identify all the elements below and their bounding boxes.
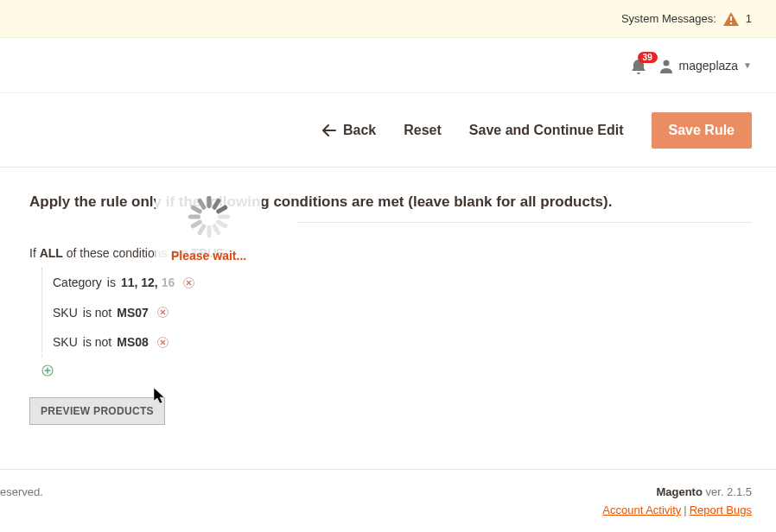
footer-right: Magento ver. 2.1.5 Account Activity|Repo… (602, 485, 752, 516)
conditions-tree: Category is 11, 12, 16 SKU is not MS07 S… (41, 268, 752, 357)
account-activity-link[interactable]: Account Activity (602, 504, 681, 516)
remove-condition-icon[interactable] (157, 307, 169, 318)
add-condition-icon[interactable] (41, 364, 54, 377)
system-messages-label: System Messages: (621, 12, 716, 25)
content-area: Apply the rule only if the following con… (0, 168, 776, 425)
arrow-left-icon (322, 124, 336, 136)
condition-val[interactable]: 11, 12, 16 (121, 273, 175, 292)
rule-value[interactable]: TRUE (192, 246, 225, 260)
footer-version: ver. 2.1.5 (706, 485, 752, 498)
back-button[interactable]: Back (322, 123, 376, 138)
username-label: mageplaza (679, 59, 739, 73)
condition-op[interactable]: is not (83, 332, 111, 352)
system-messages-bar: System Messages: 1 (0, 0, 776, 38)
remove-condition-icon[interactable] (157, 337, 169, 348)
chevron-down-icon: ▼ (743, 60, 752, 70)
conditions-root: If ALL of these conditions are TRUE: Cat… (29, 244, 752, 382)
reset-button[interactable]: Reset (404, 123, 442, 138)
condition-row: SKU is not MS07 (53, 298, 752, 327)
notifications-badge: 39 (638, 52, 658, 63)
condition-attr[interactable]: Category (53, 273, 102, 292)
footer-left: eserved. (0, 485, 43, 498)
action-bar: Back Reset Save and Continue Edit Save R… (0, 93, 776, 168)
report-bugs-link[interactable]: Report Bugs (690, 504, 752, 516)
footer: eserved. Magento ver. 2.1.5 Account Acti… (0, 469, 776, 532)
condition-row: Category is 11, 12, 16 (53, 268, 752, 297)
rule-prefix: If (29, 246, 36, 260)
save-rule-button[interactable]: Save Rule (652, 112, 752, 149)
preview-products-button[interactable]: PREVIEW PRODUCTS (29, 397, 165, 425)
condition-attr[interactable]: SKU (53, 332, 78, 352)
title-underline (297, 222, 752, 223)
footer-brand: Magento (656, 485, 702, 498)
notifications-button[interactable]: 39 (631, 57, 646, 74)
svg-rect-0 (730, 16, 732, 21)
warning-icon (723, 12, 739, 26)
condition-row: SKU is not MS08 (53, 327, 752, 357)
rule-aggregator[interactable]: ALL (40, 246, 63, 260)
condition-val[interactable]: MS08 (117, 332, 149, 352)
section-title: Apply the rule only if the following con… (29, 193, 752, 223)
user-menu[interactable]: mageplaza ▼ (658, 58, 752, 73)
condition-val[interactable]: MS07 (117, 303, 149, 322)
svg-rect-1 (730, 22, 732, 24)
condition-op[interactable]: is not (83, 303, 111, 322)
save-continue-button[interactable]: Save and Continue Edit (469, 123, 624, 138)
condition-attr[interactable]: SKU (53, 303, 78, 322)
user-bar: 39 mageplaza ▼ (0, 38, 776, 93)
rule-middle: of these conditions are (67, 246, 188, 260)
system-messages-count[interactable]: 1 (746, 12, 752, 25)
condition-op[interactable]: is (107, 273, 116, 292)
user-icon (658, 58, 674, 73)
remove-condition-icon[interactable] (183, 277, 194, 288)
svg-point-2 (663, 60, 669, 66)
back-label: Back (343, 123, 376, 138)
